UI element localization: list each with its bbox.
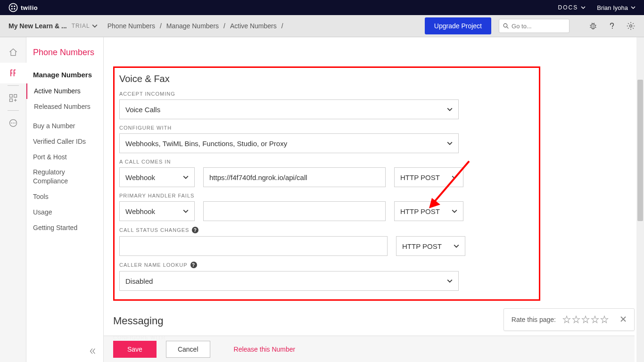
star-icon[interactable] — [562, 315, 571, 324]
star-icon[interactable] — [572, 315, 580, 324]
debug-icon[interactable] — [588, 21, 598, 31]
chevron-down-icon — [452, 208, 457, 214]
sidebar-released-numbers[interactable]: Released Numbers — [26, 99, 103, 115]
rail-home-icon[interactable] — [0, 42, 26, 63]
sidebar: Phone Numbers Manage Numbers Active Numb… — [26, 37, 104, 362]
svg-line-9 — [590, 25, 591, 25]
voice-fax-title: Voice & Fax — [119, 74, 534, 84]
svg-point-3 — [11, 8, 13, 9]
chevron-down-icon — [447, 107, 453, 112]
settings-icon[interactable] — [626, 21, 636, 31]
star-icon[interactable] — [581, 315, 590, 324]
call-comes-in-url-input[interactable] — [203, 167, 386, 187]
sidebar-collapse-icon[interactable] — [88, 347, 97, 357]
status-changes-method-select[interactable]: HTTP POST — [396, 236, 465, 256]
svg-rect-19 — [9, 99, 12, 102]
topbar: twilio DOCS Brian Iyoha — [0, 0, 644, 15]
primary-fails-url-field[interactable] — [209, 207, 380, 215]
rating-stars[interactable] — [562, 315, 609, 324]
svg-line-12 — [595, 27, 596, 28]
sidebar-active-numbers[interactable]: Active Numbers — [26, 83, 103, 99]
sidebar-heading[interactable]: Phone Numbers — [26, 48, 103, 68]
project-bar: My New Learn & ... TRIAL Phone Numbers /… — [0, 15, 644, 37]
chevron-down-icon[interactable] — [92, 23, 98, 29]
scrollbar-track[interactable] — [636, 37, 644, 362]
svg-point-25 — [14, 123, 15, 123]
sidebar-buy-number[interactable]: Buy a Number — [26, 118, 103, 134]
accept-incoming-select[interactable]: Voice Calls — [119, 99, 459, 119]
docs-link[interactable]: DOCS — [558, 4, 586, 11]
svg-point-2 — [14, 6, 15, 7]
user-menu[interactable]: Brian Iyoha — [597, 4, 636, 11]
save-button[interactable]: Save — [113, 341, 157, 358]
crumb-active-numbers[interactable]: Active Numbers — [230, 22, 277, 30]
call-status-changes-text: CALL STATUS CHANGES — [119, 227, 189, 233]
primary-fails-url-input[interactable] — [203, 201, 386, 221]
accept-incoming-value: Voice Calls — [125, 106, 160, 114]
sidebar-regulatory-compliance[interactable]: Regulatory Compliance — [26, 165, 103, 189]
svg-point-5 — [504, 24, 507, 27]
star-icon[interactable] — [600, 315, 609, 324]
main-content: Voice & Fax ACCEPT INCOMING Voice Calls … — [104, 37, 644, 362]
search-input[interactable] — [512, 23, 565, 30]
primary-fails-type-select[interactable]: Webhook — [119, 201, 195, 221]
configure-with-label: CONFIGURE WITH — [119, 125, 534, 131]
svg-point-1 — [11, 6, 13, 7]
caller-name-lookup-select[interactable]: Disabled — [119, 271, 459, 291]
trial-badge: TRIAL — [72, 23, 90, 29]
call-comes-in-url-field[interactable] — [209, 173, 380, 181]
chevron-down-icon — [454, 243, 459, 249]
brand-logo[interactable]: twilio — [8, 3, 38, 12]
search-icon — [503, 23, 509, 29]
rating-label: Rate this page: — [512, 316, 556, 323]
svg-point-16 — [630, 25, 632, 27]
sidebar-manage-numbers[interactable]: Manage Numbers — [26, 68, 103, 83]
search-box[interactable] — [499, 19, 570, 33]
configure-with-select[interactable]: Webhooks, TwiML Bins, Functions, Studio,… — [119, 133, 459, 153]
cancel-button[interactable]: Cancel — [166, 341, 210, 358]
rating-close-icon[interactable] — [620, 316, 627, 324]
breadcrumb: Phone Numbers / Manage Numbers / Active … — [105, 22, 286, 30]
primary-fails-method-select[interactable]: HTTP POST — [394, 201, 463, 221]
project-name[interactable]: My New Learn & ... — [8, 22, 67, 30]
scrollbar-thumb[interactable] — [637, 80, 643, 221]
configure-with-value: Webhooks, TwiML Bins, Functions, Studio,… — [125, 140, 287, 148]
star-icon[interactable] — [591, 315, 599, 324]
help-icon[interactable] — [607, 21, 617, 31]
primary-fails-method-value: HTTP POST — [400, 207, 440, 215]
release-number-link[interactable]: Release this Number — [234, 346, 296, 353]
chevron-down-icon — [452, 174, 457, 180]
svg-line-10 — [590, 27, 591, 28]
svg-rect-17 — [9, 95, 12, 98]
upgrade-project-button[interactable]: Upgrade Project — [425, 17, 491, 34]
docs-label: DOCS — [558, 4, 578, 11]
sidebar-tools[interactable]: Tools — [26, 189, 103, 205]
svg-line-6 — [507, 27, 508, 28]
call-comes-in-method-select[interactable]: HTTP POST — [394, 167, 463, 187]
status-changes-url-field[interactable] — [125, 242, 381, 250]
call-comes-in-type-value: Webhook — [125, 173, 155, 181]
call-comes-in-type-select[interactable]: Webhook — [119, 167, 195, 187]
sidebar-verified-caller-ids[interactable]: Verified Caller IDs — [26, 134, 103, 149]
chevron-down-icon — [631, 5, 636, 10]
help-tooltip-icon[interactable]: ? — [190, 262, 197, 268]
user-name: Brian Iyoha — [597, 4, 628, 11]
chevron-down-icon — [447, 278, 453, 284]
voice-fax-panel: Voice & Fax ACCEPT INCOMING Voice Calls … — [113, 66, 540, 301]
primary-fails-type-value: Webhook — [125, 207, 155, 215]
rail-products-icon[interactable] — [0, 88, 26, 108]
footer-bar: Save Cancel Release this Number — [104, 336, 635, 362]
accept-incoming-label: ACCEPT INCOMING — [119, 91, 534, 97]
call-comes-in-label: A CALL COMES IN — [119, 159, 534, 165]
svg-line-14 — [594, 23, 594, 24]
caller-name-lookup-label: CALLER NAME LOOKUP ? — [119, 262, 534, 268]
rail-phone-numbers-icon[interactable] — [0, 63, 26, 83]
sidebar-usage[interactable]: Usage — [26, 205, 103, 220]
status-changes-url-input[interactable] — [119, 236, 388, 256]
sidebar-getting-started[interactable]: Getting Started — [26, 220, 103, 236]
rail-more-icon[interactable] — [0, 113, 26, 133]
help-tooltip-icon[interactable]: ? — [192, 227, 198, 233]
crumb-phone-numbers[interactable]: Phone Numbers — [107, 22, 155, 30]
sidebar-port-host[interactable]: Port & Host — [26, 149, 103, 165]
crumb-manage-numbers[interactable]: Manage Numbers — [166, 22, 219, 30]
